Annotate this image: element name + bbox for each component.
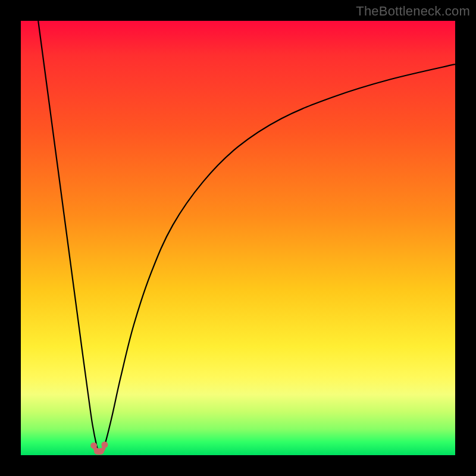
bottleneck-marker [90, 442, 97, 449]
bottleneck-marker [98, 448, 104, 455]
bottleneck-marker [101, 441, 108, 448]
curve-left-branch [38, 21, 99, 453]
watermark-text: TheBottleneck.com [356, 4, 470, 19]
curve-right-branch [101, 64, 455, 453]
chart-frame: TheBottleneck.com [0, 0, 476, 476]
curve-svg [21, 21, 455, 455]
plot-area [21, 21, 455, 455]
